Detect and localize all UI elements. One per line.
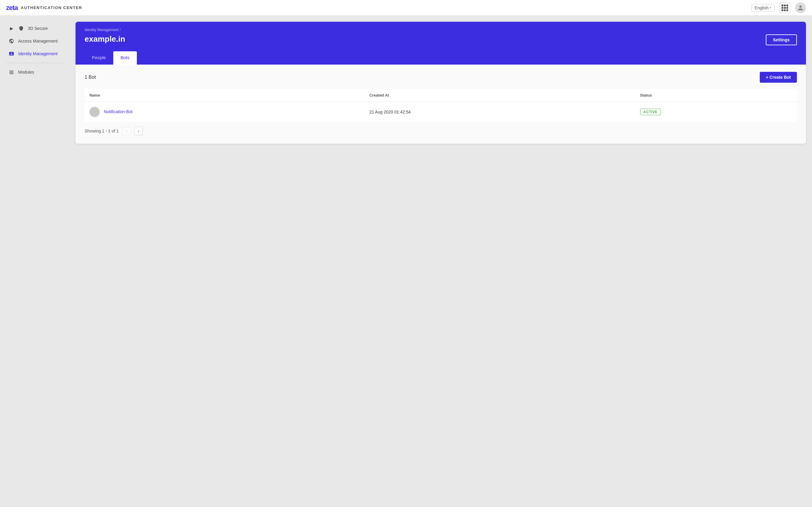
chevron-down-icon: ▾: [770, 6, 771, 9]
table-header: Name Created At Status: [85, 89, 797, 102]
table-row: Notification-Bot 21 Aug 2020 01:42:54 AC…: [85, 102, 797, 122]
settings-button[interactable]: Settings: [766, 35, 797, 45]
pagination-showing: Showing 1 - 1 of 1: [85, 128, 119, 133]
grid-icon: [781, 5, 788, 11]
avatar: [89, 107, 100, 117]
language-selector[interactable]: English ▾: [751, 4, 774, 12]
tab-bots[interactable]: Bots: [113, 51, 137, 65]
create-bot-button[interactable]: + Create Bot: [760, 72, 797, 83]
grid-apps-button[interactable]: [779, 2, 790, 13]
pagination-prev-button[interactable]: ‹: [122, 127, 131, 135]
pagination-next-button[interactable]: ›: [135, 127, 143, 135]
card-header-row: example.in Settings: [85, 35, 797, 45]
bot-status-cell: ACTIVE: [635, 102, 797, 122]
bot-name-cell: Notification-Bot: [85, 102, 365, 122]
content-card: Identity Management / example.in Setting…: [75, 22, 806, 144]
globe-icon: [8, 38, 14, 44]
breadcrumb-parent: Identity Management: [85, 28, 118, 32]
col-name: Name: [85, 89, 365, 102]
id-badge-icon: [8, 51, 14, 57]
pagination-row: Showing 1 - 1 of 1 ‹ ›: [85, 122, 797, 136]
sidebar-item-identity-management[interactable]: Identity Management: [2, 48, 67, 60]
tabs-row: People Bots: [85, 51, 797, 65]
navbar-right: English ▾: [751, 2, 806, 13]
col-created-at: Created At: [365, 89, 635, 102]
bot-created-at-cell: 21 Aug 2020 01:42:54: [365, 102, 635, 122]
app-title: AUTHENTICATION CENTER: [21, 5, 82, 10]
breadcrumb-separator: /: [120, 28, 120, 32]
col-status: Status: [635, 89, 797, 102]
bot-count-label: 1 Bot: [85, 74, 96, 80]
zeta-logo: zeta: [6, 4, 18, 12]
bots-table: Name Created At Status Notification-Bot …: [85, 89, 797, 122]
user-icon: [798, 5, 804, 11]
bot-name-link[interactable]: Notification-Bot: [104, 109, 133, 114]
brand: zeta AUTHENTICATION CENTER: [6, 4, 82, 12]
navbar: zeta AUTHENTICATION CENTER English ▾: [0, 0, 812, 16]
sidebar-divider: [6, 63, 63, 63]
language-label: English: [755, 5, 768, 10]
expand-icon: ▶: [8, 25, 14, 32]
sidebar: ▶ 3D Secure Access Management Identity M…: [0, 16, 69, 507]
sidebar-item-3d-secure[interactable]: ▶ 3D Secure: [2, 22, 67, 35]
table-body: Notification-Bot 21 Aug 2020 01:42:54 AC…: [85, 102, 797, 122]
sidebar-label-access-management: Access Management: [18, 39, 58, 44]
shield-icon: [18, 25, 24, 32]
sidebar-item-modules[interactable]: Modules: [2, 66, 67, 78]
main-content: Identity Management / example.in Setting…: [69, 16, 812, 507]
breadcrumb: Identity Management /: [85, 28, 797, 32]
bot-count-row: 1 Bot + Create Bot: [85, 72, 797, 83]
tab-people[interactable]: People: [85, 51, 113, 65]
user-profile-button[interactable]: [795, 2, 806, 13]
page-title: example.in: [85, 35, 125, 44]
modules-icon: [8, 69, 14, 75]
card-body: 1 Bot + Create Bot Name Created At Statu…: [75, 65, 806, 144]
card-header: Identity Management / example.in Setting…: [75, 22, 806, 65]
sidebar-label-modules: Modules: [18, 70, 34, 74]
sidebar-label-identity-management: Identity Management: [18, 51, 58, 56]
sidebar-item-access-management[interactable]: Access Management: [2, 35, 67, 47]
app-layout: ▶ 3D Secure Access Management Identity M…: [0, 16, 812, 507]
status-badge: ACTIVE: [640, 109, 661, 115]
sidebar-label-3d-secure: 3D Secure: [28, 26, 48, 31]
